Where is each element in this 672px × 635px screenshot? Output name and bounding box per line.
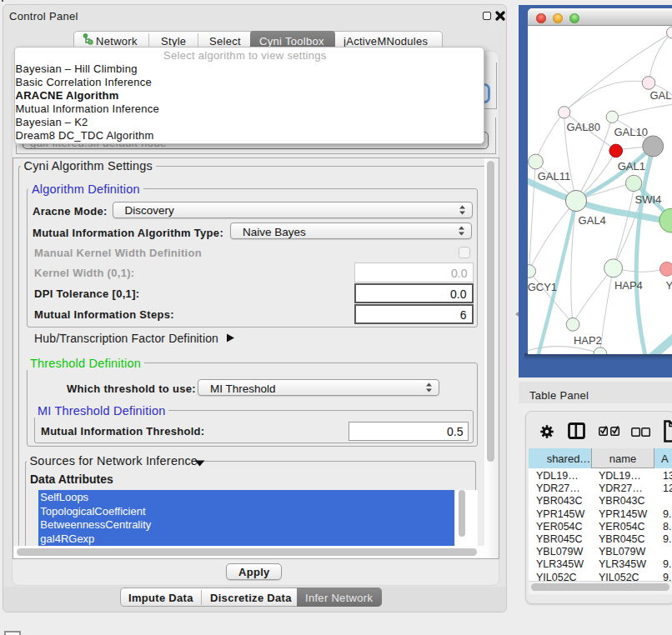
svg-text:GAL4: GAL4 <box>579 214 606 227</box>
svg-text:GAL80: GAL80 <box>567 121 600 133</box>
svg-text:GAL11: GAL11 <box>538 170 571 182</box>
svg-text:Y: Y <box>666 279 672 292</box>
svg-text:GCY1: GCY1 <box>528 281 557 293</box>
svg-text:HAP2: HAP2 <box>574 334 602 347</box>
svg-text:GAL10: GAL10 <box>614 126 648 138</box>
svg-text:GAL1: GAL1 <box>618 160 645 172</box>
svg-text:SWI4: SWI4 <box>635 193 662 206</box>
svg-text:GAL2: GAL2 <box>650 89 672 102</box>
svg-text:HAP4: HAP4 <box>614 279 643 292</box>
